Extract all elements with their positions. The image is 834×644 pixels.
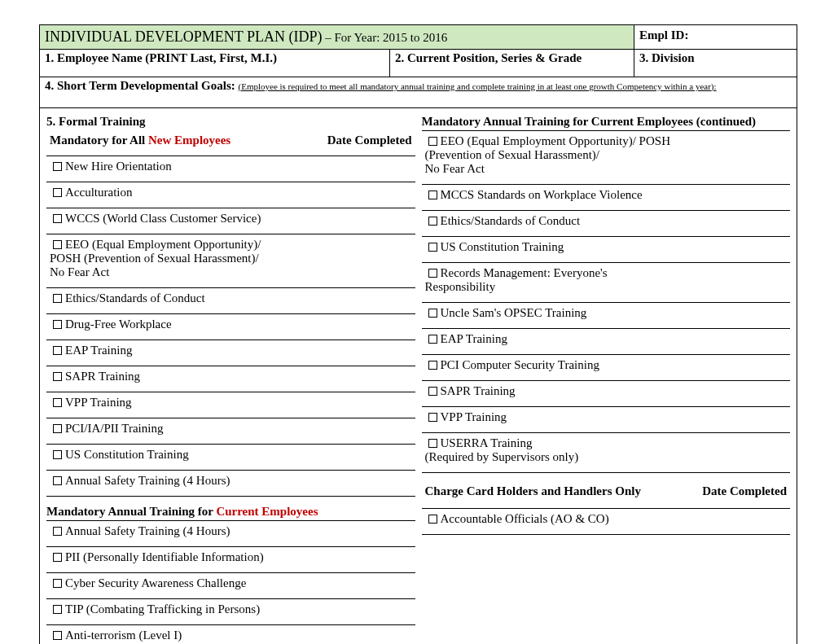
new-emp-hdr-b: New Employees: [148, 134, 230, 147]
item-label: Uncle Sam's OPSEC Training: [441, 306, 587, 319]
checkbox-icon[interactable]: [53, 294, 62, 303]
item-label: Accountable Officials (AO & CO): [441, 512, 609, 525]
right-col-heading: Mandatory Annual Training for Current Em…: [422, 115, 791, 129]
checkbox-icon[interactable]: [428, 137, 437, 146]
section5-cell: 5. Formal Training Mandatory for All New…: [40, 108, 797, 645]
checkbox-icon[interactable]: [428, 515, 437, 524]
employee-name-label: 1. Employee Name (PRINT Last, First, M.I…: [45, 51, 277, 64]
checkbox-icon[interactable]: [53, 188, 62, 197]
item-label: EEO (Equal Employment Opportunity)/ POSH: [441, 134, 670, 147]
item-label: Cyber Security Awareness Challenge: [65, 576, 246, 589]
checkbox-icon[interactable]: [53, 214, 62, 223]
empl-id-label: Empl ID:: [639, 28, 688, 42]
checkbox-icon[interactable]: [53, 527, 62, 536]
checkbox-icon[interactable]: [53, 346, 62, 355]
new-employee-table: New Hire Orientation Acculturation WCCS …: [46, 156, 415, 497]
date-completed-hdr-left: Date Completed: [327, 134, 412, 147]
item-label: Annual Safety Training (4 Hours): [65, 524, 230, 537]
item-label: POSH (Prevention of Sexual Harassment)/: [50, 252, 259, 265]
item-label: US Constitution Training: [441, 240, 564, 253]
item-label: MCCS Standards on Workplace Violence: [441, 188, 643, 201]
checkbox-icon[interactable]: [53, 631, 62, 640]
checkbox-icon[interactable]: [428, 387, 437, 396]
checkbox-icon[interactable]: [428, 191, 437, 199]
checkbox-icon[interactable]: [53, 320, 62, 329]
checkbox-icon[interactable]: [428, 361, 437, 370]
checkbox-icon[interactable]: [428, 243, 437, 252]
item-label: PII (Personally Identifiable Information…: [65, 550, 264, 563]
item-label: USERRA Training: [441, 436, 533, 449]
checkbox-icon[interactable]: [53, 476, 62, 485]
goals-cell: 4. Short Term Developmental Goals: (Empl…: [40, 77, 797, 108]
item-note: (Required by Supervisors only): [425, 450, 579, 463]
title-year: – For Year: 2015 to 2016: [322, 31, 447, 44]
item-label: No Fear Act: [50, 265, 109, 278]
item-label: EAP Training: [65, 344, 132, 357]
checkbox-icon[interactable]: [53, 398, 62, 407]
position-cell: 2. Current Position, Series & Grade: [390, 50, 634, 77]
current-employee-table: Annual Safety Training (4 Hours) PII (Pe…: [46, 520, 415, 644]
position-label: 2. Current Position, Series & Grade: [395, 51, 582, 64]
item-label: EEO (Equal Employment Opportunity)/: [65, 238, 261, 251]
checkbox-icon[interactable]: [53, 579, 62, 588]
item-label: EAP Training: [441, 332, 507, 345]
checkbox-icon[interactable]: [428, 439, 437, 448]
item-label: Anti-terrorism (Level I): [65, 629, 182, 642]
item-label: No Fear Act: [425, 162, 485, 175]
charge-card-table: Accountable Officials (AO & CO): [422, 508, 791, 535]
item-label: PCI Computer Security Training: [441, 358, 599, 371]
continued-table: EEO (Equal Employment Opportunity)/ POSH…: [422, 130, 791, 473]
item-label: US Constitution Training: [65, 448, 189, 461]
cur-emp-hdr-a: Mandatory Annual Training for: [46, 505, 216, 518]
title-main: INDIVIDUAL DEVELOPMENT PLAN (IDP): [45, 28, 322, 45]
charge-heading: Charge Card Holders and Handlers Only: [425, 484, 641, 497]
checkbox-icon[interactable]: [428, 217, 437, 226]
checkbox-icon[interactable]: [53, 372, 62, 381]
checkbox-icon[interactable]: [53, 240, 62, 249]
checkbox-icon[interactable]: [428, 413, 437, 422]
item-label: VPP Training: [65, 396, 132, 409]
item-label: Drug-Free Workplace: [65, 318, 172, 331]
checkbox-icon[interactable]: [428, 269, 437, 278]
cur-emp-hdr-b: Current Employees: [216, 505, 318, 518]
item-label: WCCS (World Class Customer Service): [65, 212, 261, 225]
title-cell: INDIVIDUAL DEVELOPMENT PLAN (IDP) – For …: [40, 25, 634, 50]
item-label: SAPR Training: [441, 384, 516, 397]
goals-note: (Employee is required to meet all mandat…: [239, 81, 717, 91]
empl-id-cell: Empl ID:: [634, 25, 797, 50]
employee-name-cell: 1. Employee Name (PRINT Last, First, M.I…: [40, 50, 390, 77]
checkbox-icon[interactable]: [53, 553, 62, 562]
charge-date-hdr: Date Completed: [702, 484, 787, 497]
division-label: 3. Division: [639, 51, 695, 64]
item-label: Responsibility: [425, 280, 496, 293]
checkbox-icon[interactable]: [428, 309, 437, 318]
checkbox-icon[interactable]: [53, 424, 62, 433]
item-label: Ethics/Standards of Conduct: [441, 214, 581, 227]
item-label: VPP Training: [441, 410, 507, 423]
new-emp-hdr-a: Mandatory for All: [50, 134, 148, 147]
goals-label: 4. Short Term Developmental Goals:: [45, 79, 239, 92]
checkbox-icon[interactable]: [53, 605, 62, 614]
item-label: TIP (Combating Trafficking in Persons): [65, 602, 260, 616]
item-label: Annual Safety Training (4 Hours): [65, 474, 230, 487]
item-label: New Hire Orientation: [65, 160, 172, 173]
checkbox-icon[interactable]: [53, 162, 62, 171]
form-table: INDIVIDUAL DEVELOPMENT PLAN (IDP) – For …: [39, 24, 797, 644]
checkbox-icon[interactable]: [428, 335, 437, 344]
formal-training-heading: 5. Formal Training: [46, 115, 415, 129]
item-label: Ethics/Standards of Conduct: [65, 291, 205, 304]
checkbox-icon[interactable]: [53, 450, 62, 459]
division-cell: 3. Division: [634, 50, 797, 77]
item-label: SAPR Training: [65, 370, 140, 383]
item-label: Records Management: Everyone's: [441, 266, 608, 279]
item-label: Acculturation: [65, 186, 132, 199]
item-label: (Prevention of Sexual Harassment)/: [425, 148, 600, 161]
item-label: PCI/IA/PII Training: [65, 422, 163, 435]
